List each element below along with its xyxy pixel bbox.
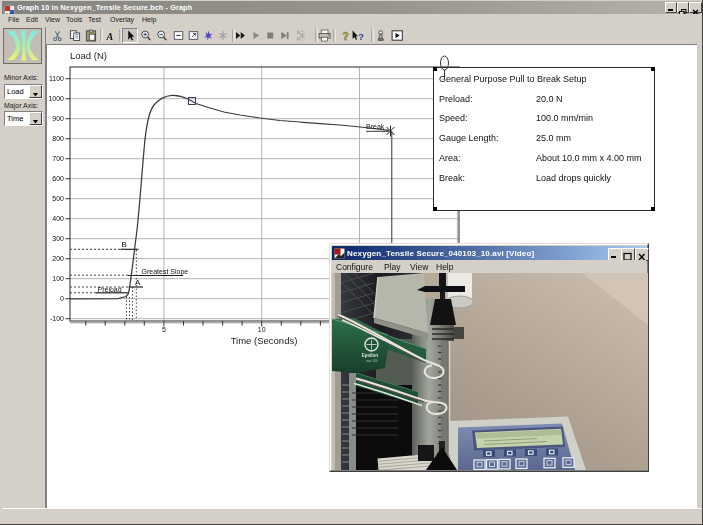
svg-text:Epsilon: Epsilon (362, 353, 379, 358)
svg-text:Time (Seconds): Time (Seconds) (231, 335, 298, 346)
svg-text:A: A (106, 31, 114, 42)
svg-text:B: B (122, 240, 127, 249)
svg-text:?: ? (342, 30, 349, 42)
svg-text:1100: 1100 (49, 75, 64, 82)
svg-text:Load (N): Load (N) (70, 50, 107, 61)
svg-text:300: 300 (52, 235, 64, 242)
svg-text:200: 200 (52, 255, 64, 262)
svg-text:max 10%: max 10% (366, 359, 378, 363)
svg-text:Break: Break (366, 123, 385, 130)
svg-text:500: 500 (52, 195, 64, 202)
svg-text:A: A (135, 278, 141, 287)
svg-text:5: 5 (162, 326, 166, 333)
svg-text:700: 700 (52, 155, 64, 162)
svg-text:Preload: Preload (98, 286, 122, 293)
svg-text:Greatest Slope: Greatest Slope (142, 268, 189, 276)
svg-text:?: ? (358, 32, 364, 42)
svg-text:0: 0 (60, 295, 64, 302)
svg-text:-100: -100 (50, 315, 64, 322)
svg-text:900: 900 (52, 115, 64, 122)
svg-text:800: 800 (52, 135, 64, 142)
svg-text:600: 600 (52, 175, 64, 182)
svg-text:10: 10 (258, 326, 266, 333)
svg-text:100: 100 (52, 275, 64, 282)
svg-text:400: 400 (52, 215, 64, 222)
svg-text:1000: 1000 (48, 95, 64, 102)
